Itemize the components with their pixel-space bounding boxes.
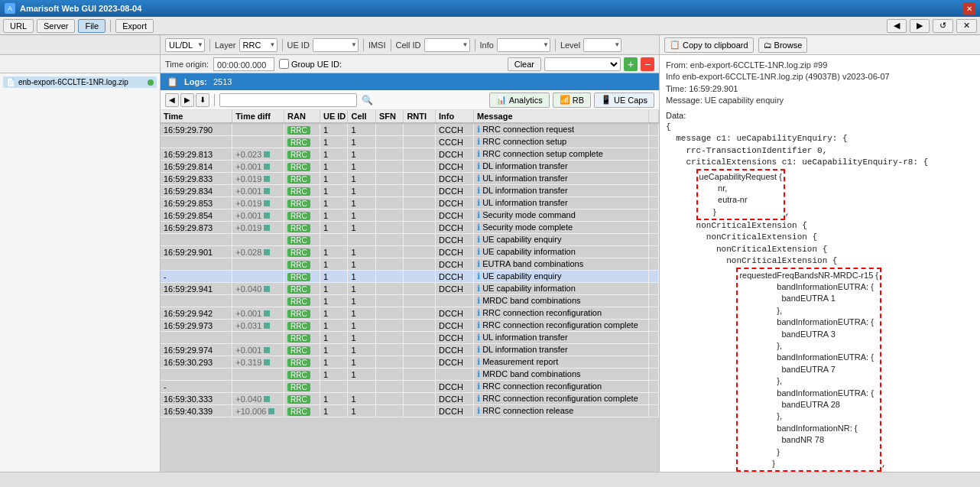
table-row[interactable]: -RRC11DCCHℹ UE capability enquiry — [161, 271, 659, 283]
table-row[interactable]: RRC11CCCHℹ RRC connection setup — [161, 136, 659, 148]
uecaps-button[interactable]: 📱 UE Caps — [594, 93, 654, 108]
table-row[interactable]: RRC11DCCHℹ UL information transfer — [161, 332, 659, 344]
cell-ran: RRC — [284, 381, 320, 393]
cell-rnti — [404, 320, 436, 332]
cell-scroll — [649, 344, 659, 356]
filter-dropdown[interactable] — [544, 57, 621, 71]
cell-msg: ℹ UE capability enquiry — [474, 234, 649, 246]
cell-rnti — [404, 283, 436, 295]
uecaps-label: UE Caps — [614, 96, 647, 105]
cellid-dropdown[interactable] — [424, 38, 470, 52]
forward-button[interactable]: ▶ — [910, 19, 930, 33]
close-button[interactable]: ✕ — [963, 2, 975, 15]
cell-sfn — [375, 148, 403, 161]
table-row[interactable]: 16:59:29.853+0.019 RRC11DCCHℹ UL informa… — [161, 197, 659, 209]
table-row[interactable]: 16:59:29.873+0.019 RRC11DCCHℹ Security m… — [161, 222, 659, 234]
server-button[interactable]: Server — [37, 19, 75, 33]
cell-ueid: 1 — [320, 332, 347, 344]
cell-rnti — [404, 332, 436, 344]
info-dropdown[interactable] — [497, 38, 550, 52]
url-button[interactable]: URL — [3, 19, 34, 33]
level-dropdown[interactable] — [583, 38, 621, 52]
table-row[interactable]: 16:59:29.941+0.040 RRC11DCCHℹ UE capabil… — [161, 283, 659, 295]
cell-timediff: +0.019 — [232, 222, 284, 234]
analytics-button[interactable]: 📊 Analytics — [489, 93, 550, 108]
table-row[interactable]: 16:59:29.901+0.028 RRC11DCCHℹ UE capabil… — [161, 246, 659, 258]
table-row[interactable]: 16:59:29.790RRC11CCCHℹ RRC connection re… — [161, 123, 659, 136]
table-row[interactable]: 16:59:29.834+0.001 RRC11DCCHℹ DL informa… — [161, 185, 659, 197]
rb-button[interactable]: 📶 RB — [553, 93, 591, 108]
clipboard-icon: 📋 — [670, 40, 680, 50]
cell-timediff: +0.319 — [232, 356, 284, 368]
right-panel: 📋 Copy to clipboard 🗂 Browse From: enb-e… — [659, 35, 980, 472]
remove-filter-button[interactable]: − — [641, 57, 654, 71]
cell-msg: ℹ UL information transfer — [474, 173, 649, 185]
table-row[interactable]: 16:59:29.854+0.001 RRC11DCCHℹ Security m… — [161, 209, 659, 222]
group-ue-checkbox[interactable] — [279, 59, 289, 69]
table-row[interactable]: 16:59:29.974+0.001 RRC11DCCHℹ DL informa… — [161, 344, 659, 356]
col-header-ueid: UE ID — [320, 110, 347, 123]
cell-ran: RRC — [284, 405, 320, 417]
sep2 — [209, 39, 210, 51]
cell-msg: ℹ RRC connection reconfiguration — [474, 307, 649, 320]
clear-button[interactable]: Clear — [508, 57, 541, 71]
cell-info: CCCH — [436, 136, 474, 148]
cell-msg: ℹ RRC connection setup — [474, 136, 649, 148]
cell-time: 16:59:29.790 — [161, 123, 232, 136]
file-nav-item[interactable]: 📄 enb-export-6CCLTE-1NR.log.zip — [3, 76, 157, 88]
mode-dropdown[interactable]: UL/DL — [165, 38, 205, 52]
cell-ueid: 1 — [320, 123, 347, 136]
cell-msg: ℹ Security mode command — [474, 209, 649, 222]
file-button[interactable]: File — [78, 19, 105, 33]
cell-info: DCCH — [436, 283, 474, 295]
table-row[interactable]: 16:59:29.833+0.019 RRC11DCCHℹ UL informa… — [161, 173, 659, 185]
cell-time: 16:59:29.853 — [161, 197, 232, 209]
cell-timediff — [232, 258, 284, 271]
cell-ran: RRC — [284, 123, 320, 136]
table-row[interactable]: RRC11DCCHℹ EUTRA band combinations — [161, 258, 659, 271]
table-row[interactable]: RRCDCCHℹ UE capability enquiry — [161, 234, 659, 246]
cell-ran: RRC — [284, 271, 320, 283]
refresh-button[interactable]: ↺ — [933, 19, 953, 33]
table-row[interactable]: 16:59:30.333+0.040 RRC11DCCHℹ RRC connec… — [161, 393, 659, 405]
cell-time: 16:59:29.814 — [161, 161, 232, 173]
back-button[interactable]: ◀ — [887, 19, 907, 33]
prev-nav-button[interactable]: ◀ — [165, 93, 179, 107]
cell-ueid: 1 — [320, 258, 347, 271]
cell-timediff: +0.001 — [232, 161, 284, 173]
table-row[interactable]: 16:59:29.814+0.001 RRC11DCCHℹ DL informa… — [161, 161, 659, 173]
level-dropdown-wrapper: ▼ — [583, 38, 621, 52]
down-nav-button[interactable]: ⬇ — [196, 93, 209, 107]
table-row[interactable]: 16:59:29.973+0.031 RRC11DCCHℹ RRC connec… — [161, 320, 659, 332]
table-row[interactable]: 16:59:30.293+0.319 RRC11DCCHℹ Measuremen… — [161, 356, 659, 368]
table-row[interactable]: 16:59:40.339+10.006 RRC11DCCHℹ RRC conne… — [161, 405, 659, 417]
table-row[interactable]: RRC11ℹ MRDC band combinations — [161, 295, 659, 307]
browse-label: Browse — [774, 41, 803, 50]
ueid-dropdown[interactable] — [313, 38, 359, 52]
cell-ran: RRC — [284, 234, 320, 246]
cell-msg: ℹ UE capability information — [474, 283, 649, 295]
copy-clipboard-button[interactable]: 📋 Copy to clipboard — [664, 37, 754, 53]
cell-ueid: 1 — [320, 136, 347, 148]
cell-msg: ℹ UL information transfer — [474, 197, 649, 209]
next-nav-button[interactable]: ▶ — [180, 93, 194, 107]
export-button[interactable]: Export — [115, 19, 154, 33]
table-row[interactable]: RRC11ℹ MRDC band combinations — [161, 368, 659, 381]
cell-rnti — [404, 222, 436, 234]
cell-msg: ℹ RRC connection reconfiguration complet… — [474, 320, 649, 332]
table-row[interactable]: 16:59:29.813+0.023 RRC11DCCHℹ RRC connec… — [161, 148, 659, 161]
layer-dropdown[interactable]: RRC — [239, 38, 277, 52]
table-row[interactable]: 16:59:29.942+0.001 RRC11DCCHℹ RRC connec… — [161, 307, 659, 320]
table-row[interactable]: -RRCDCCHℹ RRC connection reconfiguration — [161, 381, 659, 393]
info-dropdown-wrapper: ▼ — [497, 38, 550, 52]
stop-button[interactable]: ✕ — [956, 19, 977, 33]
log-icon: 📋 — [167, 76, 178, 87]
search-input[interactable] — [219, 93, 357, 107]
sep4 — [363, 39, 364, 51]
browse-button[interactable]: 🗂 Browse — [758, 37, 808, 53]
cell-time — [161, 234, 232, 246]
cell-cell: 1 — [348, 332, 375, 344]
log-table-container[interactable]: Time Time diff RAN UE ID Cell SFN RNTI I… — [161, 110, 659, 472]
col-header-sfn: SFN — [375, 110, 403, 123]
add-filter-button[interactable]: + — [624, 57, 638, 71]
